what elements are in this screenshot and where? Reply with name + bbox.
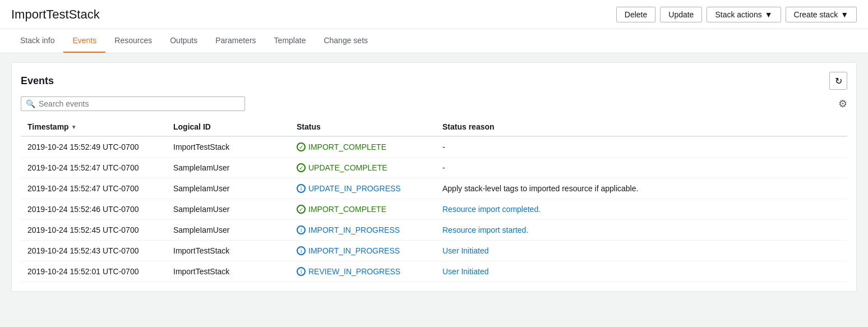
cell-logical-id: ImportTestStack [167,136,290,158]
refresh-icon: ↻ [835,76,842,86]
table-row: 2019-10-24 15:52:45 UTC-0700SampleIamUse… [21,220,847,241]
events-title: Events [21,75,54,87]
status-text[interactable]: IMPORT_IN_PROGRESS [308,225,400,234]
cell-timestamp: 2019-10-24 15:52:49 UTC-0700 [21,136,167,158]
chevron-down-icon-2: ▼ [841,10,848,19]
cell-status: ✓IMPORT_COMPLETE [290,136,436,158]
status-text[interactable]: REVIEW_IN_PROGRESS [308,267,400,276]
tab-stack-info[interactable]: Stack info [11,29,63,53]
cell-logical-id: ImportTestStack [167,261,290,282]
tab-template[interactable]: Template [265,29,315,53]
cell-status: ✓IMPORT_COMPLETE [290,199,436,220]
table-row: 2019-10-24 15:52:47 UTC-0700SampleIamUse… [21,158,847,178]
refresh-button[interactable]: ↻ [829,72,847,90]
stack-actions-button[interactable]: Stack actions ▼ [707,7,781,22]
reason-link[interactable]: User Initiated [442,246,488,255]
tab-events[interactable]: Events [63,29,105,53]
search-icon: 🔍 [26,99,35,108]
table-row: 2019-10-24 15:52:43 UTC-0700ImportTestSt… [21,241,847,261]
tab-parameters[interactable]: Parameters [206,29,265,53]
table-row: 2019-10-24 15:52:47 UTC-0700SampleIamUse… [21,178,847,199]
tabs-bar: Stack info Events Resources Outputs Para… [0,29,868,53]
cell-status: iUPDATE_IN_PROGRESS [290,178,436,199]
events-table: Timestamp ▼ Logical ID Status Status rea… [21,118,847,282]
cell-status: ✓UPDATE_COMPLETE [290,158,436,178]
cell-status-reason: Resource import started. [436,220,847,241]
top-bar: ImportTestStack Delete Update Stack acti… [0,0,868,29]
cell-status-reason: - [436,136,847,158]
cell-status: iIMPORT_IN_PROGRESS [290,241,436,261]
cell-logical-id: ImportTestStack [167,241,290,261]
tab-resources[interactable]: Resources [105,29,161,53]
settings-icon[interactable]: ⚙ [838,98,847,110]
cell-logical-id: SampleIamUser [167,178,290,199]
col-header-status-reason: Status reason [436,118,847,136]
col-header-status: Status [290,118,436,136]
search-row: 🔍 ⚙ [21,96,847,111]
tab-outputs[interactable]: Outputs [161,29,206,53]
cell-timestamp: 2019-10-24 15:52:47 UTC-0700 [21,158,167,178]
check-circle-icon: ✓ [297,163,306,172]
cell-timestamp: 2019-10-24 15:52:01 UTC-0700 [21,261,167,282]
top-actions: Delete Update Stack actions ▼ Create sta… [616,7,857,22]
cell-timestamp: 2019-10-24 15:52:43 UTC-0700 [21,241,167,261]
events-panel: Events ↻ 🔍 ⚙ Timestamp ▼ [11,62,857,292]
content-area: Events ↻ 🔍 ⚙ Timestamp ▼ [0,53,868,301]
status-text: IMPORT_COMPLETE [308,205,386,214]
reason-link[interactable]: Resource import started. [442,225,528,234]
tab-change-sets[interactable]: Change sets [315,29,377,53]
cell-timestamp: 2019-10-24 15:52:46 UTC-0700 [21,199,167,220]
cell-status: iIMPORT_IN_PROGRESS [290,220,436,241]
create-stack-button[interactable]: Create stack ▼ [786,7,857,22]
status-text: IMPORT_COMPLETE [308,142,386,151]
search-input[interactable] [39,99,240,108]
table-row: 2019-10-24 15:52:46 UTC-0700SampleIamUse… [21,199,847,220]
status-text[interactable]: IMPORT_IN_PROGRESS [308,246,400,255]
cell-status: iREVIEW_IN_PROGRESS [290,261,436,282]
cell-logical-id: SampleIamUser [167,220,290,241]
info-circle-icon: i [297,267,306,276]
stack-actions-label: Stack actions [715,10,761,19]
sort-icon: ▼ [71,124,77,130]
info-circle-icon: i [297,184,306,193]
table-row: 2019-10-24 15:52:01 UTC-0700ImportTestSt… [21,261,847,282]
chevron-down-icon: ▼ [765,10,773,19]
table-row: 2019-10-24 15:52:49 UTC-0700ImportTestSt… [21,136,847,158]
cell-logical-id: SampleIamUser [167,158,290,178]
cell-status-reason: User Initiated [436,241,847,261]
cell-logical-id: SampleIamUser [167,199,290,220]
update-button[interactable]: Update [660,7,702,22]
cell-status-reason: Apply stack-level tags to imported resou… [436,178,847,199]
cell-timestamp: 2019-10-24 15:52:45 UTC-0700 [21,220,167,241]
info-circle-icon: i [297,225,306,234]
check-circle-icon: ✓ [297,142,306,151]
status-text: UPDATE_COMPLETE [308,163,387,172]
col-header-timestamp: Timestamp ▼ [21,118,167,136]
col-header-logical-id: Logical ID [167,118,290,136]
search-box[interactable]: 🔍 [21,96,245,111]
cell-status-reason: User Initiated [436,261,847,282]
cell-status-reason: Resource import completed. [436,199,847,220]
events-header: Events ↻ [21,72,847,90]
delete-button[interactable]: Delete [616,7,655,22]
check-circle-icon: ✓ [297,205,306,214]
reason-link[interactable]: User Initiated [442,267,488,276]
reason-link[interactable]: Resource import completed. [442,205,541,214]
cell-timestamp: 2019-10-24 15:52:47 UTC-0700 [21,178,167,199]
info-circle-icon: i [297,246,306,255]
page-title: ImportTestStack [11,7,100,22]
cell-status-reason: - [436,158,847,178]
create-stack-label: Create stack [794,10,838,19]
status-text[interactable]: UPDATE_IN_PROGRESS [308,184,401,193]
